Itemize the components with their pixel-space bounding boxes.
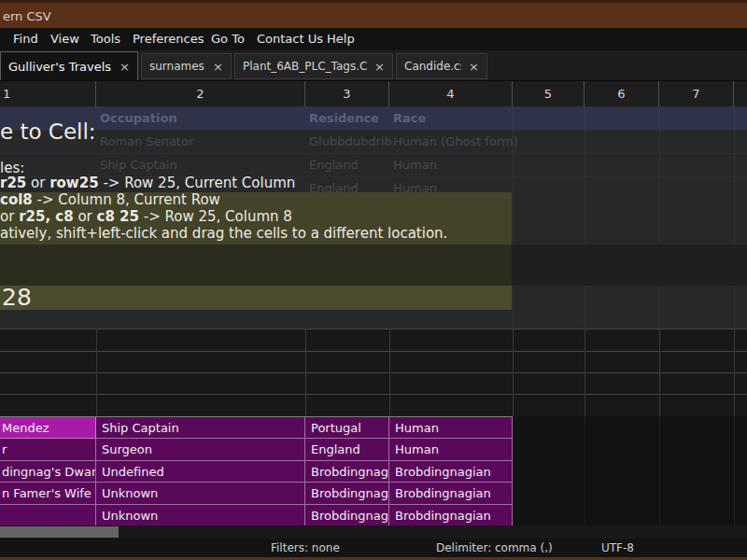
tab-close-icon[interactable]: ×	[374, 61, 385, 73]
cell-r2-c0[interactable]: dingnag's Dwarf	[0, 461, 96, 483]
grid-line	[389, 329, 390, 416]
titlebar: ern CSV	[0, 0, 747, 28]
dialog-text-segment: row25	[49, 175, 98, 191]
cell-r0-c0[interactable]: Mendez	[0, 417, 96, 439]
menu-item-go-to[interactable]: Go To	[211, 32, 245, 46]
grid-line	[659, 329, 660, 416]
status-delimiter[interactable]: Delimiter: comma (,)	[436, 541, 553, 554]
cell-r2-c2[interactable]: Brobdingnag	[305, 461, 389, 483]
cell-r4-c0[interactable]	[0, 505, 96, 526]
tab-2[interactable]: Plant_6AB_PLC_Tags.CSV *×	[234, 53, 393, 79]
tab-3[interactable]: Candide.csv×	[396, 53, 487, 79]
dialog-text-segment: or	[74, 208, 97, 225]
menubar: FindViewToolsPreferencesGo ToContact UsH…	[0, 28, 747, 50]
dialog-example-line-1: col8 -> Column 8, Current Row	[0, 191, 447, 208]
dialog-text-segment: -> Row 25, Current Column	[99, 175, 296, 191]
dimmed-column-title: Residence	[309, 106, 379, 130]
cell-r3-c0[interactable]: n Famer's Wife	[0, 483, 96, 505]
menu-item-preferences[interactable]: Preferences	[133, 32, 204, 46]
grid-line	[0, 329, 747, 329]
dialog-text-segment: or	[0, 208, 19, 225]
dialog-text-segment: col8	[0, 191, 33, 208]
grid-line	[659, 416, 660, 525]
cell-r2-c1[interactable]: Undefined	[96, 461, 305, 483]
grid-line	[0, 394, 747, 395]
status-bar: Filters: none Delimiter: comma (,) UTF-8	[0, 539, 747, 557]
tab-bar: Gulliver's Travels.csv *×surnames.csv×Pl…	[0, 50, 747, 80]
menu-item-contact-us[interactable]: Contact Us	[257, 32, 323, 46]
cell-r1-c3[interactable]: Human	[389, 439, 513, 461]
cell-r4-c1[interactable]: Unknown	[96, 505, 305, 526]
cell-r1-c1[interactable]: Surgeon	[96, 439, 305, 461]
grid-line	[734, 106, 735, 329]
cell-r3-c2[interactable]: Brobdingnag	[305, 483, 389, 505]
grid-line	[734, 416, 735, 525]
cell-r0-c1[interactable]: Ship Captain	[96, 417, 305, 439]
cell-r0-c3[interactable]: Human	[389, 417, 513, 439]
scrollbar-thumb[interactable]	[0, 526, 119, 538]
grid-line	[0, 153, 747, 154]
dialog-text-segment: atively, shift+left-click and drag the c…	[0, 225, 447, 242]
grid-line	[513, 329, 514, 416]
column-header-5[interactable]: 5	[513, 81, 585, 106]
empty-grid-rows[interactable]	[0, 329, 747, 416]
dimmed-column-title: Race	[393, 106, 426, 130]
goto-cell-input[interactable]	[0, 286, 512, 310]
dimmed-cell: Ship Captain	[100, 153, 177, 176]
tab-close-icon[interactable]: ×	[469, 61, 479, 73]
tab-label: surnames.csv	[149, 60, 205, 73]
grid-line	[513, 106, 514, 329]
grid-line	[96, 329, 97, 416]
menu-item-help[interactable]: Help	[327, 32, 355, 46]
modern-csv-window: ern CSV FindViewToolsPreferencesGo ToCon…	[0, 0, 747, 560]
tab-1[interactable]: surnames.csv×	[141, 53, 232, 79]
dialog-example-line-3: atively, shift+left-click and drag the c…	[0, 225, 447, 242]
column-header-3[interactable]: 3	[305, 81, 389, 106]
grid-line	[659, 106, 660, 329]
column-header-6[interactable]: 6	[585, 81, 659, 106]
dimmed-cell: England	[309, 153, 359, 176]
horizontal-scrollbar[interactable]	[0, 525, 747, 539]
tab-label: Gulliver's Travels.csv *	[8, 60, 112, 74]
dialog-title: e to Cell:	[0, 119, 96, 144]
dialog-dark-band-highlight	[0, 245, 512, 286]
column-header-7[interactable]: 7	[659, 81, 734, 106]
grid-line	[0, 130, 747, 131]
cell-r4-c3[interactable]: Brobdingnagian	[389, 505, 513, 526]
tab-close-icon[interactable]: ×	[213, 61, 223, 73]
goto-cell-input-value: 28	[2, 284, 32, 311]
tab-close-icon[interactable]: ×	[120, 61, 130, 73]
status-encoding[interactable]: UTF-8	[601, 541, 634, 554]
column-header-row: 1234567	[0, 80, 747, 106]
status-filters[interactable]: Filters: none	[271, 541, 340, 554]
window-title: ern CSV	[3, 9, 51, 23]
cell-r2-c3[interactable]: Brobdingnagian	[389, 461, 513, 483]
cell-r1-c0[interactable]: r	[0, 439, 96, 461]
grid-line	[734, 329, 735, 416]
dialog-example-line-2: or r25, c8 or c8 25 -> Row 25, Column 8	[0, 208, 447, 225]
dialog-text-segment: -> Column 8, Current Row	[33, 191, 220, 208]
tab-label: Plant_6AB_PLC_Tags.CSV *	[243, 60, 367, 73]
tab-0[interactable]: Gulliver's Travels.csv *×	[0, 51, 138, 80]
cell-r1-c2[interactable]: England	[305, 439, 389, 461]
dialog-text-segment: r25	[0, 175, 26, 191]
column-header-1[interactable]: 1	[0, 81, 96, 106]
cell-r3-c1[interactable]: Unknown	[96, 483, 305, 505]
menu-item-view[interactable]: View	[50, 32, 79, 46]
selection-region: MendezShip CaptainPortugalHumanrSurgeonE…	[0, 416, 747, 525]
menu-item-tools[interactable]: Tools	[91, 32, 120, 46]
dialog-text-segment: r25, c8	[19, 208, 74, 225]
menu-item-find[interactable]: Find	[13, 32, 38, 46]
column-header-4[interactable]: 4	[389, 81, 513, 106]
cell-r4-c2[interactable]: Brobdingnag	[305, 505, 389, 526]
column-header-2[interactable]: 2	[96, 81, 305, 106]
cell-r3-c3[interactable]: Brobdingnagian	[389, 483, 513, 505]
dimmed-cell: Glubbdubdrib	[309, 130, 392, 153]
dimmed-cell: Human	[393, 153, 437, 176]
dialog-example-line-0: r25 or row25 -> Row 25, Current Column	[0, 175, 447, 191]
dialog-example-lines: r25 or row25 -> Row 25, Current Columnco…	[0, 175, 447, 242]
cell-r0-c2[interactable]: Portugal	[305, 417, 389, 439]
grid-line	[0, 351, 747, 352]
dialog-text-segment: or	[26, 175, 49, 191]
dialog-text-segment: -> Row 25, Column 8	[139, 208, 292, 225]
